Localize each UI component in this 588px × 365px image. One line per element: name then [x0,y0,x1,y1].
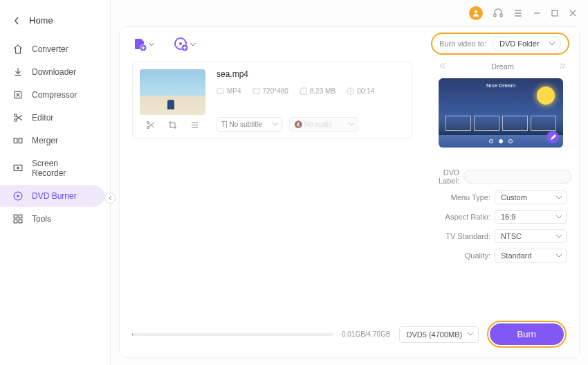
crop-button[interactable] [168,121,177,132]
svg-rect-9 [14,215,17,218]
svg-rect-26 [253,89,259,94]
user-icon [472,9,480,17]
template-preview[interactable]: Nice Dream [439,78,563,148]
user-avatar[interactable] [469,6,483,20]
sidebar-item-label: Converter [32,44,68,54]
sidebar-item-compressor[interactable]: Compressor [0,84,104,106]
close-icon[interactable] [569,9,577,17]
svg-point-13 [475,10,477,13]
svg-rect-16 [552,10,558,16]
menu-icon[interactable] [513,8,523,18]
video-thumbnail[interactable] [140,69,205,115]
crop-icon [168,121,177,130]
aspect-ratio-label: Aspect Ratio: [439,213,490,221]
sidebar-item-label: Tools [32,214,51,224]
sidebar-item-merger[interactable]: Merger [0,130,104,152]
svg-rect-11 [14,220,17,223]
burn-button-highlight: Burn [487,321,567,348]
add-disc-icon [174,37,189,52]
resolution-icon [252,87,260,95]
svg-point-8 [17,195,19,197]
sidebar-item-label: Downloader [32,67,76,77]
format-icon [217,87,224,95]
file-name: sea.mp4 [217,69,405,79]
clock-icon [347,87,354,95]
menu-type-label: Menu Type: [439,193,490,202]
list-icon [190,121,199,130]
burn-button[interactable]: Burn [490,323,564,345]
sidebar-item-tools[interactable]: Tools [0,208,104,230]
template-edit-button[interactable] [546,131,559,143]
sidebar-item-label: Screen Recorder [32,159,92,178]
tv-standard-select[interactable]: NTSC [495,229,567,243]
svg-rect-12 [19,220,22,223]
sidebar-item-editor[interactable]: Editor [0,107,104,129]
sun-graphic [537,87,555,105]
sidebar-item-dvd-burner[interactable]: DVD Burner [0,185,104,207]
sidebar-icon [12,44,24,54]
home-nav[interactable]: Home [0,8,110,33]
svg-rect-10 [19,215,22,218]
subtitle-select[interactable]: T| No subtitle [217,117,282,132]
sidebar-icon [12,113,24,123]
template-next-button[interactable] [558,62,567,71]
file-format: MP4 [227,87,241,95]
aspect-ratio-select[interactable]: 16:9 [495,210,567,224]
sidebar-item-converter[interactable]: Converter [0,38,104,60]
dvd-label-input[interactable] [463,170,571,184]
add-disc-button[interactable] [174,37,196,52]
cut-button[interactable] [146,121,155,132]
tv-standard-label: TV Standard: [439,232,490,240]
sidebar-item-screen-recorder[interactable]: Screen Recorder [0,152,104,184]
chevron-left-double-icon [439,62,447,70]
capacity-progress-bar [132,333,333,336]
chevron-down-icon [149,43,154,46]
disc-type-select[interactable]: DVD5 (4700MB) [399,326,479,343]
quality-label: Quality: [439,251,490,260]
sidebar-item-label: Compressor [32,90,77,100]
size-icon [300,87,307,95]
chevron-right-double-icon [558,62,567,70]
menu-type-select[interactable]: Custom [495,190,567,204]
home-label: Home [29,15,53,26]
headset-icon[interactable] [493,8,504,19]
svg-point-6 [17,167,19,170]
svg-point-20 [179,42,182,45]
chevron-left-icon [108,195,112,201]
svg-rect-14 [494,14,496,17]
sidebar-item-label: DVD Burner [32,191,77,201]
file-resolution: 720*480 [263,87,288,95]
svg-rect-3 [14,139,17,143]
add-file-button[interactable] [132,37,154,52]
chevron-down-icon [190,43,196,46]
sidebar-icon [12,90,24,100]
svg-rect-15 [500,14,502,17]
burn-to-select[interactable]: DVD Folder [492,37,561,51]
dvd-label-label: DVD Label: [439,168,459,185]
file-size: 8.23 MB [310,87,336,95]
sidebar-icon [12,191,24,201]
sidebar-item-downloader[interactable]: Downloader [0,61,104,83]
sidebar-icon [12,67,24,77]
more-button[interactable] [190,121,199,132]
scissors-icon [146,121,155,130]
burn-to-label: Burn video to: [439,39,486,48]
burn-video-to-group: Burn video to: DVD Folder [431,33,569,55]
file-duration: 00:14 [357,87,374,95]
template-prev-button[interactable] [439,62,447,71]
quality-select[interactable]: Standard [495,249,567,262]
sidebar-icon [12,163,24,173]
svg-rect-4 [19,139,22,143]
capacity-text: 0.01GB/4.70GB [342,330,391,338]
sidebar-collapse-button[interactable] [104,193,116,204]
sidebar-icon [12,136,24,145]
sidebar-icon [12,214,24,224]
svg-rect-25 [217,89,223,94]
file-card: sea.mp4 MP4 720*480 8.23 MB 00:14 T| No … [132,62,412,139]
add-file-icon [132,37,147,52]
maximize-icon[interactable] [551,9,559,17]
sidebar-item-label: Merger [32,136,58,145]
minimize-icon[interactable] [533,9,541,17]
audio-select[interactable]: 🔇 No audio [289,117,358,132]
template-name: Dream [491,62,514,71]
